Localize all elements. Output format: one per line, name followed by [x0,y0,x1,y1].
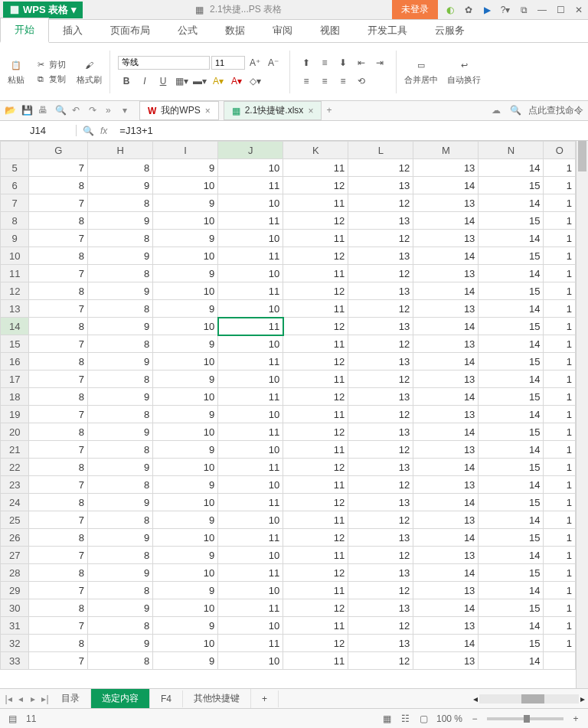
cell[interactable]: 1 [544,459,576,476]
sync-icon[interactable]: ◐ [444,4,456,16]
cell[interactable]: 10 [218,547,283,564]
row-header[interactable]: 15 [1,335,29,353]
cell[interactable]: 10 [218,441,283,459]
cell[interactable]: 10 [153,212,218,230]
cell[interactable]: 8 [88,476,153,494]
cell[interactable]: 13 [413,476,479,494]
spreadsheet-grid[interactable]: GHIJKLMNO5789101112131416891011121314151… [0,141,588,688]
cell[interactable]: 1 [544,212,576,230]
cell[interactable]: 10 [153,353,218,371]
cell[interactable]: 8 [29,388,88,406]
cell[interactable]: 1 [544,335,576,353]
cell[interactable]: 8 [88,582,153,599]
cell[interactable]: 11 [283,335,348,353]
cell[interactable]: 12 [283,635,348,652]
cell[interactable]: 15 [479,282,544,300]
cell[interactable]: 12 [348,582,413,599]
cell[interactable]: 10 [218,582,283,599]
select-all-corner[interactable] [1,142,29,159]
cell[interactable]: 11 [218,318,283,335]
cell[interactable]: 14 [479,547,544,564]
cell[interactable]: 8 [88,265,153,282]
row-header[interactable]: 21 [1,441,29,459]
cell[interactable]: 14 [413,388,479,406]
cell[interactable]: 12 [283,599,348,617]
cell[interactable]: 13 [348,423,413,441]
menu-dev[interactable]: 开发工具 [354,19,421,42]
cell[interactable]: 15 [479,212,544,230]
redo-icon[interactable]: ↷ [89,105,101,117]
login-button[interactable]: 未登录 [392,0,438,19]
cell[interactable]: 10 [218,159,283,177]
cell[interactable]: 14 [479,476,544,494]
cell[interactable]: 9 [153,159,218,177]
cell[interactable]: 7 [29,300,88,318]
menu-review[interactable]: 审阅 [259,19,306,42]
cell[interactable]: 9 [153,652,218,670]
menu-formula[interactable]: 公式 [164,19,211,42]
cell[interactable]: 12 [283,247,348,265]
cell[interactable]: 12 [348,335,413,353]
cell[interactable]: 14 [413,494,479,511]
vertical-scrollbar-thumb[interactable] [578,141,586,171]
cell[interactable]: 10 [218,652,283,670]
cell[interactable]: 12 [348,230,413,247]
close-tab-icon[interactable]: × [205,106,211,116]
cell[interactable]: 7 [29,194,88,212]
view-page-icon[interactable]: ☷ [400,713,412,725]
format-painter-button[interactable]: 🖌 格式刷 [74,56,105,87]
cell[interactable]: 9 [153,406,218,423]
scroll-left-icon[interactable]: ◂ [473,694,478,704]
cell[interactable]: 14 [413,353,479,371]
cell[interactable]: 13 [413,265,479,282]
cell[interactable]: 13 [348,212,413,230]
cell[interactable]: 12 [348,371,413,388]
cell[interactable]: 9 [88,599,153,617]
cell[interactable]: 14 [479,230,544,247]
clear-format-button[interactable]: ◇▾ [247,73,263,90]
cell[interactable]: 15 [479,635,544,652]
font-name-select[interactable] [118,56,210,70]
search-icon[interactable]: 🔍 [510,105,522,117]
cell[interactable]: 13 [348,459,413,476]
row-header[interactable]: 31 [1,617,29,635]
cell[interactable]: 1 [544,494,576,511]
orientation-button[interactable]: ⟲ [353,73,370,90]
cell[interactable]: 14 [479,441,544,459]
cell[interactable]: 10 [153,282,218,300]
cell[interactable]: 13 [413,652,479,670]
cell[interactable]: 10 [153,247,218,265]
cell[interactable]: 12 [283,564,348,582]
add-tab-icon[interactable]: + [326,105,338,117]
cell[interactable]: 10 [153,388,218,406]
horizontal-scrollbar[interactable]: ◂ ▸ [473,694,585,704]
cell[interactable]: 10 [218,194,283,212]
cell[interactable]: 8 [88,652,153,670]
cell[interactable]: 15 [479,494,544,511]
cell[interactable]: 10 [218,617,283,635]
cell[interactable]: 12 [283,529,348,547]
menu-data[interactable]: 数据 [211,19,259,42]
share-icon[interactable]: ▶ [481,4,493,16]
cell[interactable]: 11 [283,582,348,599]
row-header[interactable]: 7 [1,194,29,212]
cell[interactable]: 10 [153,494,218,511]
cell[interactable]: 9 [88,212,153,230]
print-icon[interactable]: 🖶 [38,105,51,117]
cell[interactable]: 13 [413,194,479,212]
cell[interactable]: 1 [544,353,576,371]
cell[interactable]: 14 [413,635,479,652]
cell[interactable]: 10 [218,511,283,529]
cell[interactable]: 12 [348,441,413,459]
cell[interactable]: 15 [479,177,544,194]
cell[interactable]: 8 [29,177,88,194]
column-header[interactable]: M [413,142,479,159]
column-header[interactable]: L [348,142,413,159]
cell[interactable]: 12 [283,459,348,476]
cell[interactable]: 13 [413,617,479,635]
cell[interactable]: 13 [348,353,413,371]
cell[interactable]: 1 [544,599,576,617]
paste-button[interactable]: 📋 粘贴 [5,56,28,87]
cell[interactable]: 11 [283,547,348,564]
highlight-button[interactable]: A▾ [210,73,227,90]
